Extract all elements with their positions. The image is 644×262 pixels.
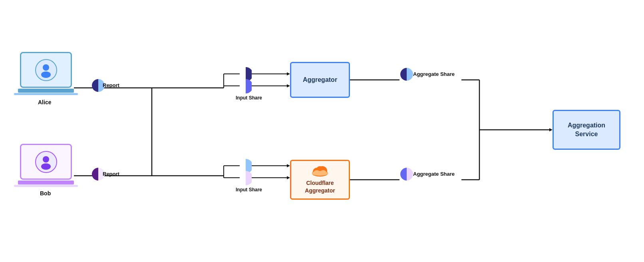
svg-point-29	[41, 71, 51, 78]
svg-point-37	[314, 170, 320, 175]
aggregate-share-bottom-label: Aggregate Share	[413, 171, 455, 177]
input-share-top-label: Input Share	[236, 95, 262, 101]
bob-laptop	[20, 144, 78, 187]
aggregate-share-top-label: Aggregate Share	[413, 71, 455, 77]
svg-point-38	[320, 170, 326, 175]
svg-point-31	[41, 163, 51, 170]
aggregator-label: Aggregator	[303, 76, 337, 83]
aggregation-service-box: Aggregation Service	[553, 110, 620, 150]
cloudflare-box: Cloudflare Aggregator	[290, 160, 350, 200]
arrows-overlay	[0, 0, 644, 262]
aggregator-box: Aggregator	[290, 62, 350, 98]
input-share-top-2	[240, 79, 252, 95]
svg-marker-10	[287, 164, 290, 167]
svg-point-28	[43, 64, 49, 71]
cloudflare-label: Cloudflare Aggregator	[305, 179, 335, 194]
alice-report-label: Report	[103, 82, 119, 88]
input-share-bottom-label: Input Share	[236, 187, 262, 193]
diagram: Alice Report Bob	[0, 0, 644, 262]
alice-label: Alice	[38, 99, 51, 105]
svg-marker-12	[287, 176, 290, 179]
svg-marker-27	[549, 128, 553, 131]
aggregation-service-label: Aggregation Service	[568, 121, 605, 139]
alice-laptop	[20, 52, 78, 95]
input-share-bottom-2	[240, 171, 252, 187]
svg-marker-8	[287, 84, 290, 87]
bob-label: Bob	[40, 190, 51, 196]
aggregate-share-top-icon	[400, 67, 414, 83]
svg-marker-6	[287, 72, 290, 75]
svg-point-30	[43, 156, 49, 163]
bob-report-label: Report	[103, 171, 119, 177]
aggregate-share-bottom-icon	[400, 167, 414, 183]
